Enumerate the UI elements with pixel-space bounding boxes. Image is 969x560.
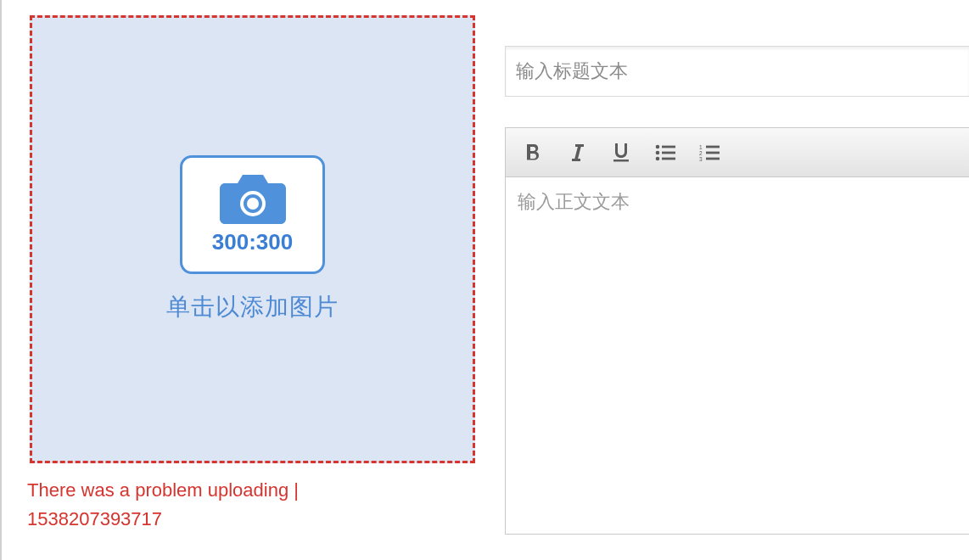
svg-rect-9 xyxy=(662,157,675,160)
underline-icon xyxy=(613,143,630,162)
camera-icon xyxy=(220,175,286,224)
svg-text:3: 3 xyxy=(699,155,703,161)
svg-text:2: 2 xyxy=(699,149,703,155)
bold-button[interactable] xyxy=(514,136,552,170)
italic-icon xyxy=(570,144,584,161)
svg-rect-7 xyxy=(662,145,675,148)
upload-hint-text: 单击以添加图片 xyxy=(166,291,339,323)
image-upload-card: 300:300 xyxy=(180,155,325,274)
svg-point-4 xyxy=(656,144,660,148)
svg-rect-3 xyxy=(613,160,629,162)
unordered-list-button[interactable] xyxy=(647,136,684,170)
body-editor: 1 2 3 输入正文文本 xyxy=(505,127,969,535)
ordered-list-icon: 1 2 3 xyxy=(699,144,720,161)
unordered-list-icon xyxy=(655,144,675,161)
svg-point-2 xyxy=(247,198,259,210)
ordered-list-button[interactable]: 1 2 3 xyxy=(691,136,728,170)
svg-rect-15 xyxy=(706,157,720,160)
title-field-wrapper xyxy=(505,46,969,97)
svg-rect-8 xyxy=(662,151,675,154)
italic-button[interactable] xyxy=(558,136,596,170)
title-input[interactable] xyxy=(516,60,959,82)
editor-content-area[interactable]: 输入正文文本 xyxy=(506,177,969,227)
underline-button[interactable] xyxy=(602,136,640,170)
editor-placeholder: 输入正文文本 xyxy=(518,189,957,215)
svg-rect-13 xyxy=(706,145,720,148)
upload-error-message: There was a problem uploading | 15382073… xyxy=(27,476,384,534)
svg-point-6 xyxy=(656,156,660,160)
image-dimensions-label: 300:300 xyxy=(212,229,293,255)
image-upload-dropzone[interactable]: 300:300 单击以添加图片 xyxy=(30,15,475,463)
bold-icon xyxy=(525,144,541,161)
left-divider xyxy=(0,0,2,560)
svg-rect-14 xyxy=(706,151,720,154)
editor-toolbar: 1 2 3 xyxy=(506,128,969,177)
svg-point-5 xyxy=(656,150,660,154)
